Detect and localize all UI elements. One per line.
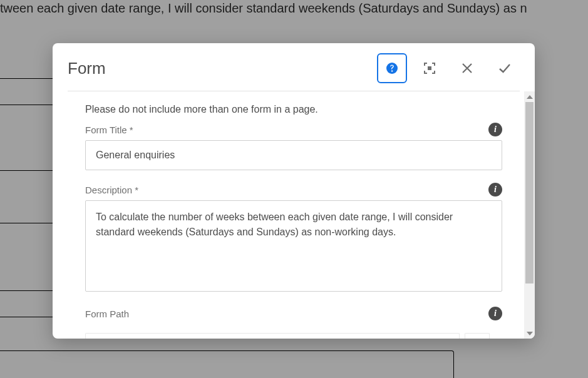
scroll-up-button[interactable] <box>524 91 535 102</box>
form-path-info-button[interactable]: i <box>488 307 502 320</box>
help-icon <box>386 62 398 74</box>
info-icon: i <box>494 309 497 318</box>
background-text-fragment: tween each given date range, I will cons… <box>0 1 588 16</box>
form-title-input[interactable] <box>85 140 502 170</box>
form-title-label: Form Title * <box>85 125 133 135</box>
form-title-info-button[interactable]: i <box>488 123 502 136</box>
close-icon <box>462 63 473 74</box>
scroll-thumb[interactable] <box>525 102 534 284</box>
background-rule <box>0 223 53 223</box>
chevron-up-icon <box>527 93 533 100</box>
chevron-down-icon <box>527 330 533 337</box>
form-dialog: Form <box>53 43 535 339</box>
description-info-button[interactable]: i <box>488 183 502 197</box>
scroll-track[interactable] <box>524 102 535 328</box>
description-label: Description * <box>85 185 138 195</box>
fullscreen-button[interactable] <box>415 53 445 83</box>
form-path-row: /content/dam/formsanddocuments/doe-forms… <box>85 324 490 339</box>
help-button[interactable] <box>377 53 407 83</box>
cancel-button[interactable] <box>452 53 482 83</box>
done-button[interactable] <box>490 53 520 83</box>
check-icon <box>498 61 512 75</box>
dialog-header: Form <box>53 43 535 91</box>
form-title-label-row: Form Title * i <box>85 123 502 136</box>
form-path-label-row: Form Path i <box>85 307 502 320</box>
background-rule <box>0 78 53 79</box>
description-textarea[interactable] <box>85 200 502 292</box>
description-label-row: Description * i <box>85 183 502 197</box>
background-rule <box>0 105 53 105</box>
scroll-down-button[interactable] <box>524 328 535 339</box>
dialog-scrollbar[interactable] <box>524 91 535 339</box>
dialog-toolbar <box>377 53 520 83</box>
dialog-hint: Please do not include more than one form… <box>85 104 502 115</box>
background-rule <box>0 317 53 317</box>
info-icon: i <box>494 185 497 194</box>
info-icon: i <box>494 125 497 134</box>
fullscreen-icon <box>423 62 436 74</box>
svg-rect-1 <box>428 66 431 70</box>
background-box <box>0 350 454 378</box>
form-path-label: Form Path <box>85 309 129 319</box>
background-rule <box>0 170 53 171</box>
form-path-browse-button[interactable] <box>465 333 490 339</box>
browse-icon <box>472 338 483 339</box>
dialog-body-wrapper: Please do not include more than one form… <box>53 91 535 339</box>
form-path-input[interactable]: /content/dam/formsanddocuments/doe-forms… <box>85 333 460 339</box>
dialog-body: Please do not include more than one form… <box>53 91 535 339</box>
background-rule <box>0 290 53 291</box>
dialog-title: Form <box>68 59 377 78</box>
